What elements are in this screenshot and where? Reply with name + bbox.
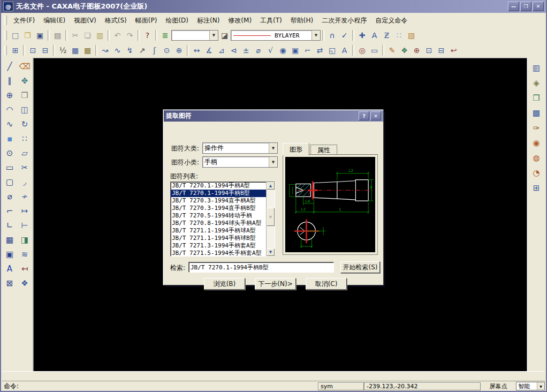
- symbol-list-item[interactable]: JB/T 7270.1-1994手柄A型: [171, 182, 266, 190]
- guide-snap-icon[interactable]: ✓: [338, 29, 351, 41]
- select-probe-icon[interactable]: ◎: [356, 44, 368, 56]
- layer-select[interactable]: ▼: [171, 30, 218, 41]
- erase-tool-icon[interactable]: ⌫: [18, 60, 31, 73]
- chevron-down-icon[interactable]: ▼: [537, 382, 544, 390]
- offset-tool-icon[interactable]: ▱: [18, 147, 31, 160]
- scrollbar-track[interactable]: ≡: [267, 190, 275, 248]
- scroll-up-icon[interactable]: ▲: [267, 182, 275, 190]
- dialog-help-button[interactable]: ?: [359, 111, 369, 120]
- point-tool-icon[interactable]: ▪: [3, 132, 16, 145]
- block-tool-icon[interactable]: ⊠: [3, 277, 16, 290]
- weld-symbol-icon[interactable]: ⊿: [215, 44, 227, 56]
- surface-finish-icon[interactable]: √: [264, 44, 277, 56]
- block-create-icon[interactable]: ⊞: [530, 182, 543, 194]
- undo-icon[interactable]: ↶: [111, 29, 124, 41]
- balloon-icon[interactable]: ◉: [277, 44, 289, 56]
- axis-tool-icon[interactable]: ∟: [3, 219, 16, 232]
- zoom-region-icon[interactable]: ◱: [326, 44, 338, 56]
- scrollbar-thumb[interactable]: ≡: [267, 208, 275, 226]
- hatch-tool-icon[interactable]: ▦: [3, 233, 16, 246]
- symbol-list-item[interactable]: JB/T 7271.3-1994手柄套A型: [171, 242, 266, 250]
- paste-block-icon[interactable]: ❒: [530, 92, 543, 104]
- layer-change-icon[interactable]: Ƶ: [381, 29, 393, 41]
- menu-dimension[interactable]: 标注(N): [193, 14, 224, 27]
- symbol-class-select[interactable]: 操作件 ▼: [202, 142, 278, 154]
- zoom-in-icon[interactable]: ⊕: [411, 44, 423, 56]
- symbol-list-item[interactable]: JB/T 7271.5-1994长手柄套A型: [171, 250, 266, 256]
- print-icon[interactable]: ▤: [51, 29, 64, 41]
- symbol-list-item[interactable]: JB/T 7271.1-1994手柄球A型: [171, 227, 266, 235]
- extend-tool-icon[interactable]: ↦: [18, 205, 31, 217]
- command-line-area[interactable]: [2, 371, 545, 381]
- chevron-down-icon[interactable]: ▼: [269, 157, 277, 167]
- corner-dim-icon[interactable]: ⌐: [301, 44, 314, 56]
- dynamic-zoom-icon[interactable]: A: [368, 29, 381, 41]
- step-line-tool-icon[interactable]: ⌐: [3, 205, 16, 217]
- sketch-icon[interactable]: ✎: [386, 44, 398, 56]
- dynamic-pan-icon[interactable]: ✚: [356, 29, 368, 41]
- arc-tool-icon[interactable]: ◠: [3, 103, 16, 116]
- display-window-icon[interactable]: ⊡: [27, 44, 39, 56]
- copy-icon[interactable]: ❏: [81, 29, 94, 41]
- menu-edit[interactable]: 编辑(E): [39, 14, 70, 27]
- rotate-tool-icon[interactable]: ↻: [18, 118, 31, 131]
- move-tool-icon[interactable]: ✥: [18, 74, 31, 87]
- menu-format[interactable]: 格式(S): [101, 14, 131, 27]
- save-file-icon[interactable]: ▣: [34, 29, 46, 41]
- symbol-list-item[interactable]: JB/T 7271.1-1994手柄球B型: [171, 235, 266, 242]
- symbol-list-item[interactable]: JB/T 7270.5-1994转动手柄: [171, 212, 266, 220]
- block-move-icon[interactable]: ∷: [393, 29, 405, 41]
- linetype-icon[interactable]: ◪: [218, 29, 231, 41]
- measure-icon[interactable]: ▭: [368, 44, 381, 56]
- tolerance-icon[interactable]: ±: [240, 44, 252, 56]
- zoom-window-icon[interactable]: ⊡: [423, 44, 435, 56]
- spline-tool-icon[interactable]: ∿: [3, 118, 16, 131]
- text-tool-icon[interactable]: A: [3, 262, 16, 275]
- snap-mode-select[interactable]: 智能 ▼: [516, 382, 545, 390]
- open-file-icon[interactable]: ❐: [21, 29, 34, 41]
- shaft-hole-tool-icon[interactable]: ⌀: [3, 190, 16, 203]
- fillet-tool-icon[interactable]: ◞: [18, 176, 31, 189]
- list-scrollbar[interactable]: ▲ ≡ ▼: [266, 182, 275, 256]
- pan-hand-icon[interactable]: ❖: [398, 44, 411, 56]
- search-input[interactable]: [188, 262, 334, 273]
- copy-tool-icon[interactable]: ❒: [18, 89, 31, 102]
- help-icon[interactable]: ?: [141, 29, 154, 41]
- zigzag-line-icon[interactable]: ↯: [124, 44, 136, 56]
- menu-addons[interactable]: 二次开发小程序: [317, 14, 371, 27]
- block-edit-tool-icon[interactable]: ◨: [18, 233, 31, 246]
- frame-dim-icon[interactable]: ▣: [289, 44, 301, 56]
- menu-paper[interactable]: 幅面(P): [131, 14, 162, 27]
- mirror-tool-icon[interactable]: ◫: [18, 103, 31, 116]
- image-insert-icon[interactable]: ▩: [81, 44, 94, 56]
- menu-tools[interactable]: 工具(T): [256, 14, 286, 27]
- array-tool-icon[interactable]: ∷: [18, 132, 31, 145]
- layers-icon[interactable]: ≣: [159, 29, 171, 41]
- break-tool-icon[interactable]: ≁: [18, 190, 31, 203]
- dim-edit-tool-icon[interactable]: ↤: [18, 262, 31, 275]
- circle-tool-icon[interactable]: ⊕: [3, 89, 16, 102]
- layer-tool-icon[interactable]: ≋: [18, 248, 31, 261]
- chevron-down-icon[interactable]: ▼: [269, 143, 277, 153]
- center-mark-icon[interactable]: ⊕: [173, 44, 185, 56]
- chevron-down-icon[interactable]: ▼: [312, 31, 320, 40]
- library-ops-icon[interactable]: ▥: [530, 62, 543, 74]
- scroll-down-icon[interactable]: ▼: [267, 248, 275, 256]
- dialog-close-button[interactable]: ✕: [370, 111, 381, 120]
- text-style-icon[interactable]: A: [338, 44, 351, 56]
- angle-dim-icon[interactable]: ∡: [203, 44, 215, 56]
- menu-custom-command[interactable]: 自定义命令: [371, 14, 412, 27]
- tab-graphic[interactable]: 图形: [283, 143, 309, 155]
- next-button[interactable]: 下一步(N)>: [255, 278, 296, 290]
- redo-icon[interactable]: ↷: [124, 29, 136, 41]
- leader-arrow-icon[interactable]: ↗: [136, 44, 148, 56]
- linetype-select[interactable]: BYLAYER ▼: [231, 30, 321, 41]
- polygon-tool-icon[interactable]: ▢: [3, 176, 16, 189]
- parallel-line-tool-icon[interactable]: ∥: [3, 74, 16, 87]
- tab-attribute[interactable]: 属性: [310, 145, 337, 155]
- paste-icon[interactable]: ▥: [94, 29, 106, 41]
- diameter-dim-icon[interactable]: ⌀: [252, 44, 264, 56]
- probe-circle-icon[interactable]: ⊙: [161, 44, 173, 56]
- menu-modify[interactable]: 修改(M): [224, 14, 256, 27]
- ole-object-icon[interactable]: ◉: [530, 137, 543, 149]
